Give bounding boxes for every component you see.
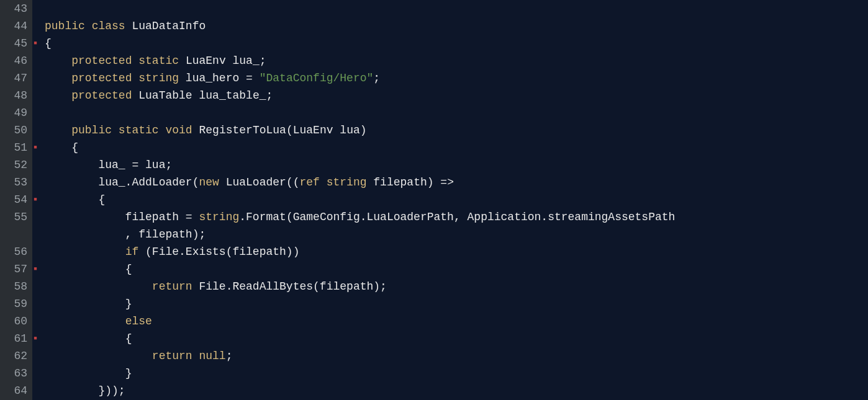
token-plain	[45, 315, 125, 327]
token-punc: {	[71, 141, 78, 154]
code-line[interactable]: , filepath);	[45, 226, 868, 243]
line-number: 49	[2, 104, 27, 122]
code-line[interactable]: {	[45, 191, 868, 208]
line-number	[2, 226, 27, 243]
token-plain: lua_hero =	[179, 72, 260, 84]
token-plain	[45, 263, 125, 275]
token-plain: filepath) =>	[367, 176, 454, 189]
token-plain: .Format(GameConfig.LuaLoaderPath, Applic…	[239, 211, 675, 223]
line-number: 64	[2, 382, 27, 399]
code-line[interactable]: public class LuaDataInfo	[45, 17, 868, 35]
code-line[interactable]: return File.ReadAllBytes(filepath);	[45, 278, 868, 295]
line-number: 45	[2, 35, 27, 52]
line-number: 60	[2, 313, 27, 330]
token-plain	[45, 298, 125, 310]
line-number: 47	[2, 69, 27, 87]
code-line[interactable]: protected static LuaEnv lua_;	[45, 52, 868, 69]
token-kw: ref	[299, 176, 319, 189]
token-plain: RegisterToLua(LuaEnv lua)	[192, 124, 367, 136]
line-number: 48	[2, 87, 27, 104]
line-number: 59	[2, 295, 27, 313]
token-plain	[132, 72, 138, 84]
code-line[interactable]: return null;	[45, 347, 868, 365]
token-kw: return	[152, 350, 192, 362]
line-number: 51	[2, 139, 27, 156]
token-kw: return	[152, 280, 192, 293]
token-plain: (File.Exists(filepath))	[138, 246, 299, 258]
code-line[interactable]: if (File.Exists(filepath))	[45, 243, 868, 260]
token-plain	[45, 350, 152, 362]
code-line[interactable]: protected LuaTable lua_table_;	[45, 87, 868, 104]
token-plain	[45, 193, 98, 206]
token-plain: ;	[226, 350, 233, 362]
code-line[interactable]	[45, 0, 868, 17]
line-number: 43	[2, 0, 27, 17]
token-plain	[132, 55, 138, 67]
token-plain	[85, 20, 92, 32]
line-number: 57	[2, 260, 27, 278]
token-kw: string	[138, 72, 179, 84]
token-kw: protected	[71, 89, 132, 102]
code-line[interactable]: else	[45, 313, 868, 330]
token-kw: class	[92, 20, 125, 32]
line-number: 53	[2, 174, 27, 191]
token-punc: {	[45, 37, 52, 50]
token-plain: }));	[45, 384, 125, 397]
token-plain	[45, 280, 152, 293]
code-line[interactable]: lua_.AddLoader(new LuaLoader((ref string…	[45, 174, 868, 191]
token-typ: LuaTable	[138, 89, 192, 102]
token-plain: lua_table_;	[192, 89, 273, 102]
code-line[interactable]: public static void RegisterToLua(LuaEnv …	[45, 122, 868, 139]
code-line[interactable]: {	[45, 139, 868, 156]
token-punc: }	[125, 367, 132, 380]
code-area[interactable]: public class LuaDataInfo{ protected stat…	[42, 0, 868, 400]
token-kw: static	[138, 55, 179, 67]
token-kw: string	[327, 176, 367, 189]
line-number: 61	[2, 330, 27, 347]
line-number: 50	[2, 122, 27, 139]
token-kw: new	[199, 176, 219, 189]
line-number: 58	[2, 278, 27, 295]
code-line[interactable]: {	[45, 260, 868, 278]
code-line[interactable]: protected string lua_hero = "DataConfig/…	[45, 69, 868, 87]
token-plain	[179, 55, 186, 67]
code-line[interactable]	[45, 104, 868, 122]
token-kw: else	[125, 315, 152, 327]
fold-column[interactable]: ◾◾◾◾◾	[32, 0, 42, 400]
line-number: 54	[2, 191, 27, 208]
line-number: 63	[2, 365, 27, 382]
token-kw: void	[165, 124, 192, 136]
token-plain: , filepath);	[45, 228, 206, 241]
token-plain	[45, 367, 125, 380]
token-plain	[45, 332, 125, 345]
line-number: 56	[2, 243, 27, 260]
token-plain	[45, 246, 125, 258]
fold-marker-icon[interactable]: ◾	[34, 197, 40, 203]
fold-marker-icon[interactable]: ◾	[34, 40, 40, 47]
code-line[interactable]: lua_ = lua;	[45, 156, 868, 174]
token-plain: LuaLoader((	[219, 176, 300, 189]
token-plain	[45, 141, 71, 154]
token-plain: lua_.AddLoader(	[45, 176, 199, 189]
code-line[interactable]: {	[45, 330, 868, 347]
code-line[interactable]: }	[45, 295, 868, 313]
code-editor[interactable]: 4344454647484950515253545556575859606162…	[0, 0, 868, 400]
line-number-gutter: 4344454647484950515253545556575859606162…	[0, 0, 32, 400]
line-number: 55	[2, 208, 27, 226]
token-plain	[45, 72, 71, 84]
token-kw: null	[199, 350, 225, 362]
code-line[interactable]: {	[45, 35, 868, 52]
fold-marker-icon[interactable]: ◾	[34, 144, 40, 151]
fold-marker-icon[interactable]: ◾	[34, 266, 40, 272]
token-plain	[159, 124, 166, 136]
fold-marker-icon[interactable]: ◾	[34, 336, 40, 342]
token-punc: {	[125, 263, 132, 275]
line-number: 52	[2, 156, 27, 174]
code-line[interactable]: }));	[45, 382, 868, 399]
code-line[interactable]: filepath = string.Format(GameConfig.LuaL…	[45, 208, 868, 226]
code-line[interactable]: }	[45, 365, 868, 382]
token-kw: public	[71, 124, 112, 136]
token-kw: public	[45, 20, 85, 32]
token-plain: ;	[373, 72, 380, 84]
line-number: 46	[2, 52, 27, 69]
